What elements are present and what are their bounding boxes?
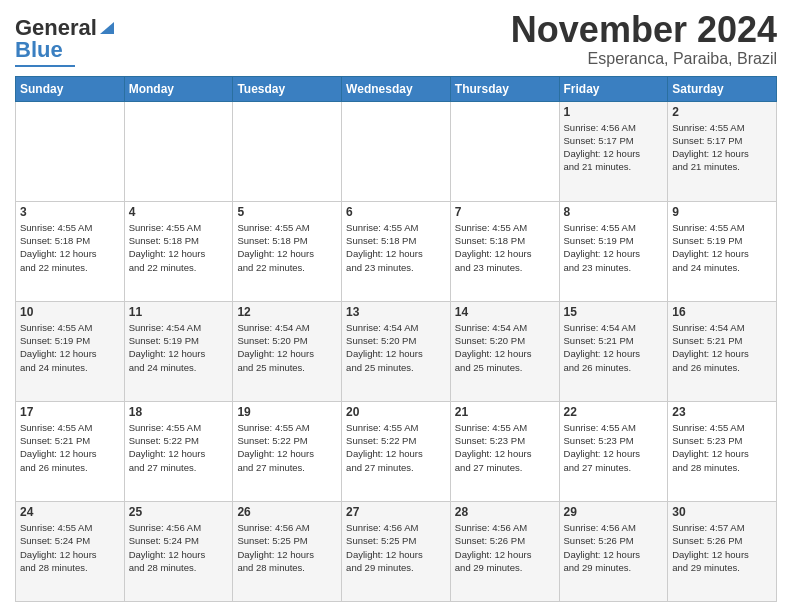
day-info: Sunrise: 4:55 AMSunset: 5:17 PMDaylight:… — [672, 121, 772, 174]
calendar-week-row: 1Sunrise: 4:56 AMSunset: 5:17 PMDaylight… — [16, 101, 777, 201]
day-info: Sunrise: 4:55 AMSunset: 5:23 PMDaylight:… — [672, 421, 772, 474]
day-number: 4 — [129, 205, 229, 219]
day-number: 20 — [346, 405, 446, 419]
calendar-week-row: 24Sunrise: 4:55 AMSunset: 5:24 PMDayligh… — [16, 501, 777, 601]
calendar-day-cell: 24Sunrise: 4:55 AMSunset: 5:24 PMDayligh… — [16, 501, 125, 601]
day-number: 19 — [237, 405, 337, 419]
day-number: 27 — [346, 505, 446, 519]
calendar-day-cell: 28Sunrise: 4:56 AMSunset: 5:26 PMDayligh… — [450, 501, 559, 601]
day-number: 6 — [346, 205, 446, 219]
calendar-day-cell: 9Sunrise: 4:55 AMSunset: 5:19 PMDaylight… — [668, 201, 777, 301]
day-info: Sunrise: 4:55 AMSunset: 5:18 PMDaylight:… — [455, 221, 555, 274]
title-area: November 2024 Esperanca, Paraiba, Brazil — [511, 10, 777, 68]
day-info: Sunrise: 4:56 AMSunset: 5:24 PMDaylight:… — [129, 521, 229, 574]
calendar-day-cell: 20Sunrise: 4:55 AMSunset: 5:22 PMDayligh… — [342, 401, 451, 501]
calendar-day-cell: 8Sunrise: 4:55 AMSunset: 5:19 PMDaylight… — [559, 201, 668, 301]
calendar-day-cell: 2Sunrise: 4:55 AMSunset: 5:17 PMDaylight… — [668, 101, 777, 201]
day-number: 8 — [564, 205, 664, 219]
calendar-day-cell — [233, 101, 342, 201]
weekday-header: Tuesday — [233, 76, 342, 101]
day-info: Sunrise: 4:55 AMSunset: 5:22 PMDaylight:… — [346, 421, 446, 474]
calendar-week-row: 10Sunrise: 4:55 AMSunset: 5:19 PMDayligh… — [16, 301, 777, 401]
day-number: 2 — [672, 105, 772, 119]
weekday-header: Wednesday — [342, 76, 451, 101]
calendar-day-cell: 14Sunrise: 4:54 AMSunset: 5:20 PMDayligh… — [450, 301, 559, 401]
day-info: Sunrise: 4:55 AMSunset: 5:18 PMDaylight:… — [346, 221, 446, 274]
calendar-day-cell: 16Sunrise: 4:54 AMSunset: 5:21 PMDayligh… — [668, 301, 777, 401]
calendar-day-cell: 6Sunrise: 4:55 AMSunset: 5:18 PMDaylight… — [342, 201, 451, 301]
calendar-day-cell: 7Sunrise: 4:55 AMSunset: 5:18 PMDaylight… — [450, 201, 559, 301]
day-number: 24 — [20, 505, 120, 519]
calendar-day-cell: 23Sunrise: 4:55 AMSunset: 5:23 PMDayligh… — [668, 401, 777, 501]
day-info: Sunrise: 4:56 AMSunset: 5:26 PMDaylight:… — [564, 521, 664, 574]
day-number: 7 — [455, 205, 555, 219]
day-number: 9 — [672, 205, 772, 219]
day-number: 14 — [455, 305, 555, 319]
calendar-day-cell — [450, 101, 559, 201]
day-info: Sunrise: 4:54 AMSunset: 5:21 PMDaylight:… — [672, 321, 772, 374]
day-info: Sunrise: 4:55 AMSunset: 5:18 PMDaylight:… — [129, 221, 229, 274]
calendar-day-cell: 18Sunrise: 4:55 AMSunset: 5:22 PMDayligh… — [124, 401, 233, 501]
calendar-day-cell: 12Sunrise: 4:54 AMSunset: 5:20 PMDayligh… — [233, 301, 342, 401]
page-container: General Blue November 2024 Esperanca, Pa… — [0, 0, 792, 612]
day-number: 23 — [672, 405, 772, 419]
day-info: Sunrise: 4:54 AMSunset: 5:21 PMDaylight:… — [564, 321, 664, 374]
calendar-day-cell: 27Sunrise: 4:56 AMSunset: 5:25 PMDayligh… — [342, 501, 451, 601]
day-number: 10 — [20, 305, 120, 319]
calendar-table: SundayMondayTuesdayWednesdayThursdayFrid… — [15, 76, 777, 602]
day-number: 17 — [20, 405, 120, 419]
weekday-header: Sunday — [16, 76, 125, 101]
day-info: Sunrise: 4:54 AMSunset: 5:20 PMDaylight:… — [455, 321, 555, 374]
svg-marker-0 — [100, 22, 114, 34]
day-info: Sunrise: 4:55 AMSunset: 5:23 PMDaylight:… — [455, 421, 555, 474]
header: General Blue November 2024 Esperanca, Pa… — [15, 10, 777, 68]
day-number: 30 — [672, 505, 772, 519]
day-number: 5 — [237, 205, 337, 219]
day-info: Sunrise: 4:56 AMSunset: 5:17 PMDaylight:… — [564, 121, 664, 174]
calendar-day-cell: 4Sunrise: 4:55 AMSunset: 5:18 PMDaylight… — [124, 201, 233, 301]
calendar-day-cell: 30Sunrise: 4:57 AMSunset: 5:26 PMDayligh… — [668, 501, 777, 601]
day-info: Sunrise: 4:55 AMSunset: 5:19 PMDaylight:… — [672, 221, 772, 274]
calendar-day-cell: 29Sunrise: 4:56 AMSunset: 5:26 PMDayligh… — [559, 501, 668, 601]
logo-arrow-icon — [98, 18, 116, 36]
calendar-day-cell: 22Sunrise: 4:55 AMSunset: 5:23 PMDayligh… — [559, 401, 668, 501]
calendar-week-row: 17Sunrise: 4:55 AMSunset: 5:21 PMDayligh… — [16, 401, 777, 501]
day-number: 28 — [455, 505, 555, 519]
calendar-day-cell: 26Sunrise: 4:56 AMSunset: 5:25 PMDayligh… — [233, 501, 342, 601]
day-number: 22 — [564, 405, 664, 419]
calendar-day-cell — [124, 101, 233, 201]
day-info: Sunrise: 4:54 AMSunset: 5:19 PMDaylight:… — [129, 321, 229, 374]
day-info: Sunrise: 4:55 AMSunset: 5:18 PMDaylight:… — [237, 221, 337, 274]
calendar-day-cell: 13Sunrise: 4:54 AMSunset: 5:20 PMDayligh… — [342, 301, 451, 401]
day-number: 29 — [564, 505, 664, 519]
day-info: Sunrise: 4:57 AMSunset: 5:26 PMDaylight:… — [672, 521, 772, 574]
day-number: 13 — [346, 305, 446, 319]
weekday-header: Monday — [124, 76, 233, 101]
day-number: 1 — [564, 105, 664, 119]
day-info: Sunrise: 4:56 AMSunset: 5:25 PMDaylight:… — [346, 521, 446, 574]
day-number: 21 — [455, 405, 555, 419]
day-info: Sunrise: 4:55 AMSunset: 5:24 PMDaylight:… — [20, 521, 120, 574]
day-info: Sunrise: 4:56 AMSunset: 5:25 PMDaylight:… — [237, 521, 337, 574]
weekday-header: Saturday — [668, 76, 777, 101]
day-number: 16 — [672, 305, 772, 319]
calendar-day-cell — [342, 101, 451, 201]
weekday-header: Friday — [559, 76, 668, 101]
calendar-day-cell: 17Sunrise: 4:55 AMSunset: 5:21 PMDayligh… — [16, 401, 125, 501]
day-info: Sunrise: 4:55 AMSunset: 5:19 PMDaylight:… — [20, 321, 120, 374]
location-subtitle: Esperanca, Paraiba, Brazil — [511, 50, 777, 68]
day-info: Sunrise: 4:55 AMSunset: 5:22 PMDaylight:… — [129, 421, 229, 474]
day-info: Sunrise: 4:55 AMSunset: 5:23 PMDaylight:… — [564, 421, 664, 474]
day-info: Sunrise: 4:54 AMSunset: 5:20 PMDaylight:… — [237, 321, 337, 374]
day-info: Sunrise: 4:55 AMSunset: 5:21 PMDaylight:… — [20, 421, 120, 474]
logo-text-blue: Blue — [15, 37, 63, 62]
calendar-day-cell: 15Sunrise: 4:54 AMSunset: 5:21 PMDayligh… — [559, 301, 668, 401]
calendar-day-cell: 5Sunrise: 4:55 AMSunset: 5:18 PMDaylight… — [233, 201, 342, 301]
day-number: 26 — [237, 505, 337, 519]
day-info: Sunrise: 4:55 AMSunset: 5:22 PMDaylight:… — [237, 421, 337, 474]
day-number: 3 — [20, 205, 120, 219]
logo-divider — [15, 65, 75, 67]
day-info: Sunrise: 4:55 AMSunset: 5:18 PMDaylight:… — [20, 221, 120, 274]
calendar-day-cell: 1Sunrise: 4:56 AMSunset: 5:17 PMDaylight… — [559, 101, 668, 201]
calendar-day-cell: 3Sunrise: 4:55 AMSunset: 5:18 PMDaylight… — [16, 201, 125, 301]
